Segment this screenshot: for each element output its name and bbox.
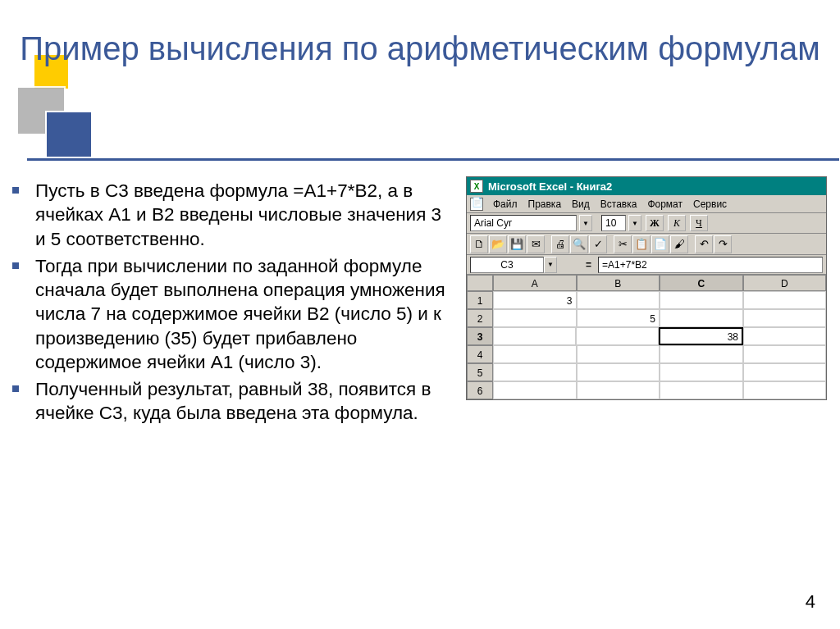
slide-decoration	[4, 53, 103, 160]
cell-c3[interactable]: 38	[659, 327, 743, 345]
row-header-3[interactable]: 3	[467, 327, 493, 345]
cell-a2[interactable]	[493, 309, 577, 327]
table-row: 1 3	[467, 291, 826, 309]
column-header-a[interactable]: A	[493, 275, 577, 291]
new-file-icon[interactable]: 🗋	[470, 235, 488, 253]
preview-icon[interactable]: 🔍	[570, 235, 588, 253]
cell-d1[interactable]	[743, 291, 827, 309]
cell-b6[interactable]	[577, 381, 660, 399]
size-dropdown-icon[interactable]: ▼	[628, 215, 641, 231]
menu-file[interactable]: Файл	[489, 197, 522, 212]
window-title: Microsoft Excel - Книга2	[488, 180, 612, 193]
list-item: Пусть в С3 введена формула =А1+7*В2, а в…	[12, 179, 451, 251]
row-header-4[interactable]: 4	[467, 345, 493, 363]
redo-icon[interactable]: ↷	[714, 235, 732, 253]
bullet-list: Пусть в С3 введена формула =А1+7*В2, а в…	[12, 179, 451, 429]
cell-b4[interactable]	[577, 345, 660, 363]
menu-service[interactable]: Сервис	[689, 197, 731, 212]
list-item: Полученный результат, равный 38, появитс…	[12, 377, 451, 426]
underline-button[interactable]: Ч	[690, 215, 708, 231]
list-item: Тогда при вычислении по заданной формуле…	[12, 254, 451, 374]
format-toolbar: Arial Cyr ▼ 10 ▼ Ж К Ч	[467, 213, 826, 234]
cell-a4[interactable]	[493, 345, 577, 363]
copy-icon[interactable]: 📋	[632, 235, 651, 253]
bullet-icon	[12, 385, 19, 392]
cell-c2[interactable]	[660, 309, 743, 327]
cell-c1[interactable]	[660, 291, 743, 309]
italic-button[interactable]: К	[668, 215, 686, 231]
row-header-2[interactable]: 2	[467, 309, 493, 327]
column-headers: A B C D	[467, 275, 826, 291]
cell-c6[interactable]	[660, 381, 743, 399]
select-all-corner[interactable]	[467, 275, 493, 291]
cell-d6[interactable]	[743, 381, 827, 399]
menu-bar: Файл Правка Вид Вставка Формат Сервис	[467, 195, 826, 213]
cell-b5[interactable]	[577, 363, 660, 381]
bullet-icon	[12, 187, 19, 194]
bullet-text: Пусть в С3 введена формула =А1+7*В2, а в…	[35, 179, 451, 251]
column-header-d[interactable]: D	[743, 275, 827, 291]
standard-toolbar: 🗋 📂 💾 ✉ 🖨 🔍 ✓ ✂ 📋 📄 🖌 ↶ ↷	[467, 234, 826, 255]
table-row: 5	[467, 363, 826, 381]
name-box[interactable]: C3	[470, 257, 544, 273]
table-row: 2 5	[467, 309, 826, 327]
table-row: 6	[467, 381, 826, 399]
cell-a1[interactable]: 3	[493, 291, 577, 309]
cell-d3[interactable]	[743, 327, 826, 345]
cell-a5[interactable]	[493, 363, 577, 381]
spellcheck-icon[interactable]: ✓	[589, 235, 607, 253]
mail-icon[interactable]: ✉	[527, 235, 545, 253]
format-painter-icon[interactable]: 🖌	[670, 235, 688, 253]
bullet-text: Полученный результат, равный 38, появитс…	[35, 377, 451, 426]
document-icon	[470, 198, 483, 211]
row-header-6[interactable]: 6	[467, 381, 493, 399]
cell-b2[interactable]: 5	[577, 309, 660, 327]
column-header-b[interactable]: B	[577, 275, 660, 291]
menu-view[interactable]: Вид	[568, 197, 594, 212]
font-size-select[interactable]: 10	[601, 215, 626, 231]
print-icon[interactable]: 🖨	[551, 235, 569, 253]
namebox-dropdown-icon[interactable]: ▼	[544, 257, 557, 273]
save-icon[interactable]: 💾	[508, 235, 526, 253]
spreadsheet-grid: A B C D 1 3 2 5 3 38 4	[467, 275, 826, 399]
undo-icon[interactable]: ↶	[695, 235, 713, 253]
font-dropdown-icon[interactable]: ▼	[579, 215, 592, 231]
cell-b1[interactable]	[577, 291, 660, 309]
cut-icon[interactable]: ✂	[614, 235, 632, 253]
menu-format[interactable]: Формат	[643, 197, 687, 212]
cell-b3[interactable]	[576, 327, 659, 345]
slide-title: Пример вычисления по арифметическим форм…	[0, 29, 840, 68]
equals-label: =	[586, 259, 591, 271]
cell-c5[interactable]	[660, 363, 743, 381]
font-name-select[interactable]: Arial Cyr	[470, 215, 577, 231]
bold-button[interactable]: Ж	[646, 215, 664, 231]
table-row: 4	[467, 345, 826, 363]
cell-a3[interactable]	[493, 327, 576, 345]
table-row: 3 38	[467, 327, 826, 345]
cell-d2[interactable]	[743, 309, 827, 327]
cell-d5[interactable]	[743, 363, 827, 381]
formula-bar: C3 ▼ = =A1+7*B2	[467, 255, 826, 275]
window-titlebar: X Microsoft Excel - Книга2	[467, 177, 826, 195]
bullet-icon	[12, 262, 19, 269]
cell-c4[interactable]	[660, 345, 743, 363]
deco-underline	[27, 158, 839, 161]
formula-input[interactable]: =A1+7*B2	[598, 257, 823, 273]
deco-square-blue	[45, 111, 93, 158]
excel-icon: X	[470, 180, 483, 193]
open-file-icon[interactable]: 📂	[489, 235, 507, 253]
row-header-1[interactable]: 1	[467, 291, 493, 309]
page-number: 4	[806, 591, 815, 613]
cell-d4[interactable]	[743, 345, 827, 363]
column-header-c[interactable]: C	[660, 275, 743, 291]
menu-insert[interactable]: Вставка	[596, 197, 641, 212]
cell-a6[interactable]	[493, 381, 577, 399]
excel-window: X Microsoft Excel - Книга2 Файл Правка В…	[466, 176, 827, 400]
menu-edit[interactable]: Правка	[524, 197, 566, 212]
bullet-text: Тогда при вычислении по заданной формуле…	[35, 254, 451, 374]
row-header-5[interactable]: 5	[467, 363, 493, 381]
paste-icon[interactable]: 📄	[651, 235, 669, 253]
